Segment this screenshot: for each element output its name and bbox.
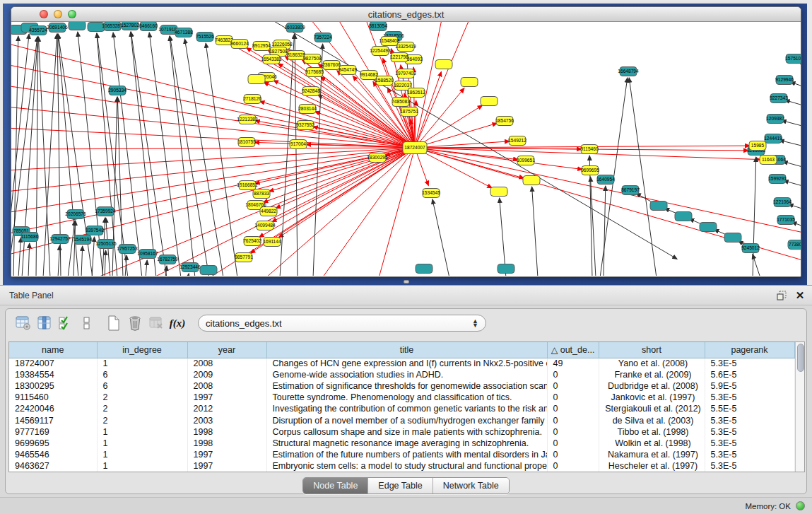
graph-node[interactable]: 11643 — [760, 156, 777, 165]
column-header-pagerank[interactable]: pagerank — [705, 342, 794, 358]
graph-node[interactable]: 4671388 — [175, 28, 193, 37]
graph-node[interactable] — [650, 201, 667, 211]
graph-node[interactable]: 1545194 — [73, 235, 92, 245]
graph-node[interactable]: 10958167 — [137, 250, 158, 259]
graph-node[interactable]: 8813054 — [369, 22, 387, 31]
graph-node[interactable]: 16543382 — [261, 55, 282, 64]
graph-node[interactable]: 9857791 — [235, 253, 253, 262]
graph-node[interactable]: 1854756 — [495, 117, 514, 126]
graph-node[interactable]: 9242848 — [302, 87, 320, 96]
tab-edge-table[interactable]: Edge Table — [367, 478, 432, 493]
graph-node[interactable]: 2905334 — [108, 86, 126, 95]
graph-node[interactable]: 8454749 — [339, 66, 357, 75]
graph-node[interactable]: 7485083 — [392, 98, 410, 107]
graph-node[interactable]: 1209387 — [766, 115, 784, 124]
unselect-all-rows-button[interactable] — [76, 313, 98, 333]
graph-node[interactable] — [69, 22, 86, 30]
graph-node[interactable]: 20206576 — [65, 210, 86, 219]
graph-node[interactable]: 1875751 — [400, 107, 418, 117]
graph-node[interactable]: 12254493 — [370, 47, 391, 56]
graph-node[interactable] — [490, 187, 507, 197]
select-column-button[interactable] — [34, 313, 55, 333]
table-row[interactable]: 1938455462009Genome-wide association stu… — [9, 369, 794, 380]
table-row[interactable]: 946554611997Estimation of the future num… — [9, 449, 794, 460]
graph-node[interactable] — [435, 60, 452, 69]
graph-node[interactable]: 13325419 — [395, 42, 416, 52]
graph-node[interactable]: 12942757 — [49, 235, 71, 244]
select-all-rows-button[interactable] — [55, 313, 76, 333]
graph-node[interactable]: 7625402 — [243, 237, 261, 246]
graph-node[interactable]: 887833 — [253, 189, 270, 199]
graph-node[interactable]: 9227343 — [770, 94, 788, 103]
column-header-name[interactable]: name — [9, 342, 97, 358]
graph-node[interactable]: 12505135 — [95, 240, 117, 249]
graph-node[interactable]: 9699695 — [581, 166, 599, 175]
graph-node[interactable]: 10653287 — [102, 22, 123, 31]
close-panel-icon[interactable]: ✕ — [794, 289, 806, 302]
graph-node[interactable]: 1575107 — [785, 54, 801, 64]
graph-node[interactable]: 12923446 — [180, 263, 201, 272]
graph-node[interactable]: 8679197 — [621, 186, 640, 195]
graph-node[interactable]: 20691406 — [47, 23, 68, 33]
delete-table-button-disabled[interactable] — [146, 313, 167, 333]
graph-node[interactable]: 17359924 — [95, 207, 116, 216]
graph-node[interactable]: 2718126 — [243, 95, 261, 104]
column-header-in_degree[interactable]: in_degree — [97, 342, 187, 358]
table-row[interactable]: 969969511998Structural magnetic resonanc… — [9, 438, 794, 449]
graph-node[interactable]: 1549212 — [508, 136, 526, 146]
float-panel-icon[interactable] — [775, 289, 788, 302]
graph-node[interactable]: 6466160 — [139, 22, 158, 31]
scrollbar-thumb[interactable] — [797, 344, 804, 372]
graph-node[interactable]: 917004 — [290, 140, 307, 149]
graph-node[interactable]: 1221064 — [773, 198, 792, 207]
graph-node[interactable]: 4355724 — [29, 26, 47, 35]
graph-node[interactable]: 9245012 — [741, 244, 760, 253]
graph-node[interactable]: 1691144 — [263, 238, 281, 247]
graph-node[interactable] — [461, 78, 478, 87]
graph-node[interactable]: 1099651 — [517, 156, 535, 165]
graph-node[interactable]: 18300295 — [367, 153, 388, 163]
graph-node[interactable]: 19166852 — [237, 181, 258, 190]
graph-node[interactable]: 9115460 — [580, 145, 599, 154]
table-row[interactable]: 1872400712008Changes of HCN gene express… — [9, 358, 794, 369]
network-canvas-svg[interactable]: 4355724206914061065328715278026466160107… — [11, 22, 801, 276]
column-header-short[interactable]: short — [599, 342, 705, 358]
graph-node[interactable]: 9397548 — [86, 226, 104, 235]
graph-node[interactable]: 8912954 — [252, 42, 271, 51]
graph-node[interactable]: 16782759 — [157, 255, 178, 264]
column-header-year[interactable]: year — [187, 342, 266, 358]
graph-node[interactable]: 16033809 — [284, 23, 305, 33]
graph-node[interactable] — [700, 223, 717, 232]
graph-node[interactable]: 12213383 — [237, 115, 258, 124]
table-row[interactable]: 1456911722003Disruption of a novel membe… — [9, 414, 794, 426]
graph-node[interactable]: 17957253 — [117, 245, 138, 254]
graph-node[interactable]: 1115686 — [21, 233, 39, 242]
graph-node[interactable]: 7515526 — [196, 33, 214, 42]
graph-node[interactable]: 1771035 — [777, 216, 795, 225]
graph-node[interactable]: 449822 — [260, 207, 277, 216]
graph-node[interactable] — [675, 212, 692, 221]
graph-node[interactable] — [498, 264, 514, 274]
table-row[interactable]: 946362711997Embryonic stem cells: a mode… — [9, 460, 794, 472]
panel-splitter-handle[interactable] — [404, 280, 409, 284]
graph-node[interactable]: 1244419 — [764, 134, 782, 144]
column-header-title[interactable]: title — [266, 342, 547, 358]
graph-node[interactable]: 9327552 — [296, 121, 314, 130]
graph-node[interactable]: 2803144 — [298, 105, 317, 114]
graph-node[interactable]: 1527802 — [121, 22, 139, 30]
graph-node[interactable] — [523, 176, 540, 185]
graph-node[interactable]: 9175685 — [305, 68, 324, 77]
table-selector-dropdown[interactable]: citations_edges.txt ▲▼ — [198, 315, 486, 332]
graph-node[interactable]: 9660124 — [230, 40, 249, 49]
table-row[interactable]: 977716911998Corpus callosum shape and si… — [9, 426, 794, 438]
graph-node[interactable]: 1599291 — [768, 175, 787, 184]
tab-node-table[interactable]: Node Table — [303, 478, 367, 493]
delete-trash-button[interactable] — [124, 313, 146, 333]
graph-node[interactable]: 773802 — [788, 240, 801, 250]
graph-node[interactable]: 9129946 — [775, 76, 794, 85]
table-row[interactable]: 2242004622012Investigating the contribut… — [9, 403, 794, 414]
network-window-titlebar[interactable]: citations_edges.txt — [11, 7, 801, 22]
graph-node[interactable] — [481, 97, 498, 106]
graph-node[interactable]: 16648794 — [618, 67, 639, 76]
graph-node[interactable]: 14099484 — [254, 221, 276, 230]
